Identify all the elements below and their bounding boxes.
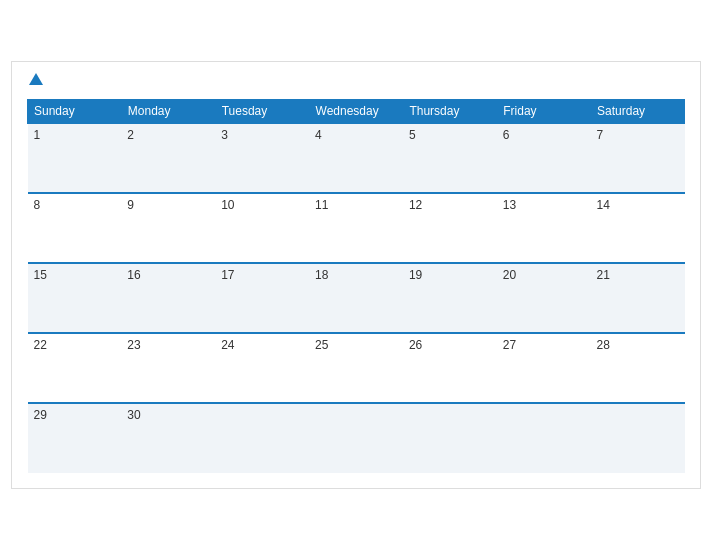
day-cell: 25: [309, 333, 403, 403]
day-cell: 5: [403, 123, 497, 193]
day-cell: 16: [121, 263, 215, 333]
logo: [27, 72, 43, 90]
day-cell: 4: [309, 123, 403, 193]
day-cell: 7: [591, 123, 685, 193]
week-row-3: 22232425262728: [28, 333, 685, 403]
day-cell: 28: [591, 333, 685, 403]
day-cell: 20: [497, 263, 591, 333]
day-cell: 18: [309, 263, 403, 333]
day-cell: 10: [215, 193, 309, 263]
week-row-4: 2930: [28, 403, 685, 473]
week-row-2: 15161718192021: [28, 263, 685, 333]
day-cell: 24: [215, 333, 309, 403]
header-friday: Friday: [497, 100, 591, 124]
day-cell: 9: [121, 193, 215, 263]
day-cell: [215, 403, 309, 473]
calendar-container: Sunday Monday Tuesday Wednesday Thursday…: [11, 61, 701, 490]
day-cell: 8: [28, 193, 122, 263]
day-cell: [309, 403, 403, 473]
header-monday: Monday: [121, 100, 215, 124]
day-cell: 13: [497, 193, 591, 263]
day-cell: 23: [121, 333, 215, 403]
day-cell: 21: [591, 263, 685, 333]
day-cell: 17: [215, 263, 309, 333]
day-cell: 19: [403, 263, 497, 333]
day-cell: [591, 403, 685, 473]
day-cell: 30: [121, 403, 215, 473]
days-header-row: Sunday Monday Tuesday Wednesday Thursday…: [28, 100, 685, 124]
day-cell: 3: [215, 123, 309, 193]
day-cell: 12: [403, 193, 497, 263]
day-cell: [403, 403, 497, 473]
day-cell: 14: [591, 193, 685, 263]
calendar-body: 1234567891011121314151617181920212223242…: [28, 123, 685, 473]
header-sunday: Sunday: [28, 100, 122, 124]
day-cell: 1: [28, 123, 122, 193]
day-cell: 29: [28, 403, 122, 473]
logo-triangle-icon: [29, 73, 43, 85]
logo-general-text: [27, 72, 43, 90]
week-row-1: 891011121314: [28, 193, 685, 263]
day-cell: 2: [121, 123, 215, 193]
header-tuesday: Tuesday: [215, 100, 309, 124]
day-cell: 22: [28, 333, 122, 403]
calendar-table: Sunday Monday Tuesday Wednesday Thursday…: [27, 99, 685, 473]
header-wednesday: Wednesday: [309, 100, 403, 124]
calendar-header: [27, 72, 685, 90]
header-thursday: Thursday: [403, 100, 497, 124]
day-cell: 27: [497, 333, 591, 403]
header-saturday: Saturday: [591, 100, 685, 124]
day-cell: 11: [309, 193, 403, 263]
day-cell: [497, 403, 591, 473]
week-row-0: 1234567: [28, 123, 685, 193]
day-cell: 15: [28, 263, 122, 333]
day-cell: 26: [403, 333, 497, 403]
day-cell: 6: [497, 123, 591, 193]
